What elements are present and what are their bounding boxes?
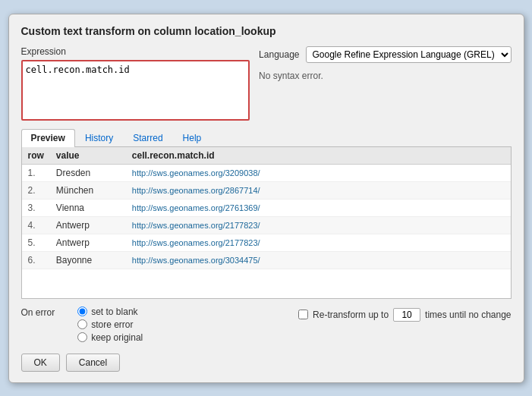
on-error-options: set to blank store error keep original	[77, 306, 143, 343]
cell-row: 5.	[22, 234, 50, 251]
on-error-label: On error	[21, 307, 55, 318]
expression-left: Expression cell.recon.match.id	[21, 46, 250, 123]
language-row: Language Google Refine Expression Langua…	[259, 46, 511, 63]
ok-button[interactable]: OK	[21, 354, 60, 372]
tab-preview[interactable]: Preview	[21, 129, 75, 147]
syntax-status: No syntax error.	[259, 69, 511, 81]
retransform-label-pre: Re-transform up to	[313, 310, 389, 320]
cell-row: 6.	[22, 251, 50, 269]
tab-history[interactable]: History	[75, 129, 123, 146]
table-row: 3. Vienna http://sws.geonames.org/276136…	[22, 199, 511, 216]
results-table: row value cell.recon.match.id 1. Dresden…	[22, 147, 511, 269]
cell-value: Vienna	[50, 199, 126, 216]
dialog-buttons: OK Cancel	[21, 354, 512, 372]
expression-label: Expression	[21, 46, 250, 57]
cell-result: http://sws.geonames.org/2761369/	[126, 199, 511, 216]
expression-input[interactable]: cell.recon.match.id	[21, 60, 250, 121]
cell-result: http://sws.geonames.org/2177823/	[126, 216, 511, 234]
cell-result: http://sws.geonames.org/2177823/	[126, 234, 511, 251]
expression-area: Expression cell.recon.match.id Language …	[21, 46, 512, 123]
language-label: Language	[259, 49, 299, 60]
cell-row: 2.	[22, 181, 50, 199]
table-header-row: row value cell.recon.match.id	[22, 147, 511, 165]
tab-starred[interactable]: Starred	[123, 129, 172, 146]
retransform-checkbox[interactable]	[298, 310, 308, 319]
retransform-count[interactable]	[393, 308, 420, 322]
cell-value: Antwerp	[50, 216, 126, 234]
on-error-keep-original[interactable]: keep original	[77, 332, 143, 343]
cell-row: 3.	[22, 199, 50, 216]
retransform-row: Re-transform up to times until no change	[298, 308, 511, 322]
on-error-section: On error set to blank store error keep o…	[21, 306, 512, 343]
col-value: value	[50, 147, 126, 165]
cell-value: Bayonne	[50, 251, 126, 269]
col-result: cell.recon.match.id	[126, 147, 511, 165]
cell-row: 4.	[22, 216, 50, 234]
cell-row: 1.	[22, 164, 50, 181]
table-row: 2. München http://sws.geonames.org/28677…	[22, 181, 511, 199]
cell-result: http://sws.geonames.org/2867714/	[126, 181, 511, 199]
results-table-container: row value cell.recon.match.id 1. Dresden…	[21, 147, 512, 299]
cell-result: http://sws.geonames.org/3034475/	[126, 251, 511, 269]
language-select[interactable]: Google Refine Expression Language (GREL)…	[306, 46, 512, 63]
expression-right: Language Google Refine Expression Langua…	[259, 46, 511, 123]
dialog-title: Custom text transform on column location…	[21, 25, 512, 37]
dialog: Custom text transform on column location…	[8, 14, 524, 383]
table-row: 4. Antwerp http://sws.geonames.org/21778…	[22, 216, 511, 234]
table-row: 6. Bayonne http://sws.geonames.org/30344…	[22, 251, 511, 269]
cell-value: Antwerp	[50, 234, 126, 251]
cell-result: http://sws.geonames.org/3209038/	[126, 164, 511, 181]
table-row: 1. Dresden http://sws.geonames.org/32090…	[22, 164, 511, 181]
col-row: row	[22, 147, 50, 165]
cancel-button[interactable]: Cancel	[66, 354, 120, 372]
cell-value: Dresden	[50, 164, 126, 181]
tab-help[interactable]: Help	[173, 129, 212, 146]
table-row: 5. Antwerp http://sws.geonames.org/21778…	[22, 234, 511, 251]
retransform-label-post: times until no change	[425, 310, 511, 320]
on-error-store-error[interactable]: store error	[77, 319, 143, 330]
cell-value: München	[50, 181, 126, 199]
tabs: Preview History Starred Help	[21, 129, 512, 147]
on-error-set-blank[interactable]: set to blank	[77, 306, 143, 317]
